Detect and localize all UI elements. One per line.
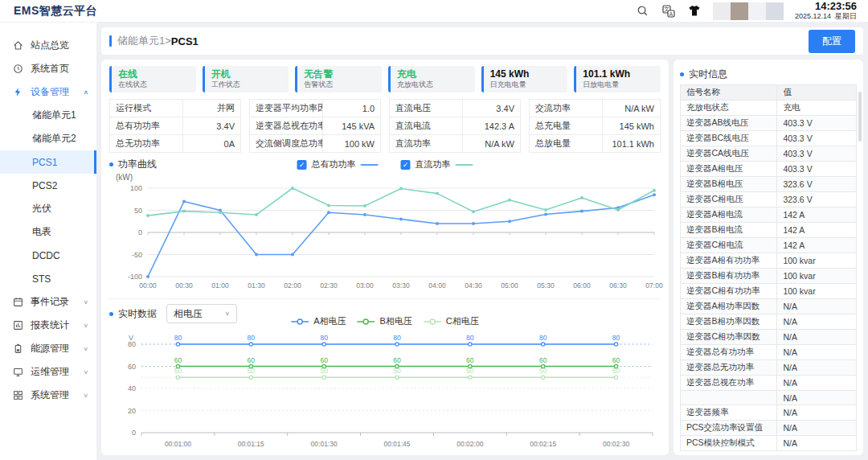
sidebar-item-label: 系统管理	[31, 388, 69, 402]
info-row-直流电压: 直流电压3.4V	[390, 100, 520, 117]
realtime-info-header: 实时信息	[680, 68, 857, 81]
legend-item-C相电压[interactable]: C相电压	[424, 315, 479, 327]
sidebar-item-电表[interactable]: 电表	[0, 220, 96, 244]
legend-label: 直流功率	[416, 158, 451, 170]
signal-value: N/A	[777, 360, 857, 376]
svg-text:00:02:15: 00:02:15	[530, 440, 556, 448]
chevron-down-icon: ∨	[224, 310, 230, 317]
signal-name: 逆变器频率	[681, 405, 777, 421]
info-grid: 运行模式并网总有功功率3.4V总无功功率0A逆变器平均功率因数1.0逆变器总视在…	[109, 99, 661, 153]
status-cards: 在线在线状态开机工作状态无告警告警状态充电充放电状态145 kWh日充电电量10…	[109, 66, 661, 92]
info-row-直流功率: 直流功率N/A kW	[390, 135, 520, 153]
svg-text:03:30: 03:30	[392, 281, 410, 290]
svg-text:60: 60	[393, 356, 401, 364]
sidebar-item-能源管理[interactable]: 能源管理∨	[0, 337, 96, 360]
theme-icon[interactable]	[687, 4, 702, 18]
sidebar-item-运维管理[interactable]: 运维管理∨	[0, 360, 96, 384]
svg-text:05:00: 05:00	[501, 281, 518, 290]
chevron-down-icon: ∨	[83, 299, 88, 306]
avatar[interactable]	[713, 2, 784, 20]
sidebar-item-pcs1[interactable]: PCS1	[0, 150, 96, 174]
signal-name: 逆变器总有功功率	[681, 345, 777, 360]
sidebar-item-系统管理[interactable]: 系统管理∨	[0, 384, 96, 407]
config-button[interactable]: 配置	[809, 30, 855, 53]
svg-text:00:01:15: 00:01:15	[238, 440, 264, 448]
signal-name-header: 信号名称	[681, 85, 777, 101]
info-group: 逆变器平均功率因数1.0逆变器总视在功率145 kVA交流侧调度总功率100 k…	[249, 99, 381, 153]
svg-text:0: 0	[138, 228, 142, 236]
translate-icon[interactable]: 文A	[661, 4, 676, 18]
svg-text:100: 100	[130, 184, 142, 192]
status-label: 日充电电量	[490, 80, 562, 89]
sidebar-item-pcs2[interactable]: PCS2	[0, 174, 96, 197]
info-row-总充电量: 总充电量145 kWh	[530, 117, 660, 135]
clock-date: 2025.12.14 星期日	[795, 13, 857, 21]
status-value: 在线	[118, 68, 190, 80]
svg-text:03:00: 03:00	[356, 281, 374, 290]
svg-text:80: 80	[248, 334, 256, 342]
phase-voltage-select[interactable]: 相电压 ∨	[166, 304, 237, 323]
checkbox-checked-icon[interactable]: ✓	[401, 160, 411, 170]
sidebar-item-站点总览[interactable]: 站点总览	[0, 34, 96, 57]
realtime-chart[interactable]: 806040200V00:01:0000:01:1500:01:3000:01:…	[109, 331, 664, 452]
chevron-down-icon: ∨	[83, 392, 88, 399]
power-chart-unit: (kW)	[116, 173, 661, 182]
info-label: 直流功率	[390, 135, 463, 152]
status-card-充放电状态: 充电充放电状态	[388, 66, 475, 92]
scrollbar[interactable]	[858, 92, 862, 142]
signal-value: N/A	[777, 376, 857, 391]
sidebar-item-系统首页[interactable]: 系统首页	[0, 57, 96, 80]
legend-item-直流功率[interactable]: ✓直流功率	[401, 158, 473, 170]
table-row: 逆变器C相功率因数N/A	[681, 330, 857, 345]
sidebar-item-dcdc[interactable]: DCDC	[0, 244, 96, 267]
search-icon[interactable]	[636, 4, 650, 18]
info-group: 运行模式并网总有功功率3.4V总无功功率0A	[109, 99, 241, 153]
section-dot	[109, 312, 113, 316]
sidebar-item-设备管理[interactable]: 设备管理∧	[0, 80, 96, 104]
signal-table: 信号名称 值 充放电状态充电逆变器AB线电压403.3 V逆变器BC线电压403…	[680, 84, 857, 451]
status-label: 在线状态	[118, 80, 190, 89]
svg-text:06:00: 06:00	[573, 281, 591, 290]
svg-text:60: 60	[466, 356, 474, 364]
signal-name: 逆变器A相有功功率	[681, 253, 777, 269]
svg-text:50: 50	[134, 207, 142, 215]
table-row: PCS模块控制模式N/A	[681, 436, 857, 451]
main-content: 储能单元1> PCS1 配置 在线在线状态开机工作状态无告警告警状态充电充放电状…	[96, 23, 868, 460]
signal-name: 逆变器B相有功功率	[681, 269, 777, 284]
status-card-在线状态: 在线在线状态	[109, 66, 196, 92]
sidebar-item-事件记录[interactable]: 事件记录∨	[0, 290, 96, 314]
power-chart[interactable]: 100500-50-10000:0000:3001:0001:3002:0002…	[109, 182, 664, 293]
info-label: 直流电压	[390, 100, 463, 117]
svg-text:00:01:00: 00:01:00	[165, 440, 191, 448]
info-value: 0A	[183, 139, 240, 149]
sidebar-item-label: 光伏	[32, 202, 51, 216]
sidebar-item-sts[interactable]: STS	[0, 267, 96, 290]
svg-text:04:30: 04:30	[465, 281, 482, 290]
svg-text:60: 60	[174, 356, 182, 364]
sidebar-item-报表统计[interactable]: 报表统计∨	[0, 314, 96, 337]
signal-value: 403.3 V	[777, 131, 857, 146]
sidebar-item-光伏[interactable]: 光伏	[0, 197, 96, 220]
sidebar-item-储能单元1[interactable]: 储能单元1	[0, 104, 96, 127]
chevron-up-icon: ∧	[83, 89, 88, 96]
info-row-直流电流: 直流电流142.3 A	[390, 117, 520, 135]
legend-item-总有功功率[interactable]: ✓总有功功率	[297, 158, 379, 170]
table-row: 逆变器BC线电压403.3 V	[681, 131, 857, 146]
legend-item-A相电压[interactable]: A相电压	[291, 315, 346, 327]
table-row: 逆变器总视在功率N/A	[681, 376, 857, 391]
breadcrumb-parent[interactable]: 储能单元1>	[117, 34, 171, 48]
checkbox-checked-icon[interactable]: ✓	[297, 160, 307, 170]
info-label: 总充电量	[530, 117, 603, 134]
signal-name: 逆变器AB线电压	[681, 116, 777, 131]
status-value: 充电	[397, 68, 469, 80]
table-row: 逆变器B相电流142 A	[681, 223, 857, 238]
svg-text:02:30: 02:30	[320, 281, 338, 290]
legend-label: B相电压	[380, 315, 412, 327]
signal-value: 142 A	[777, 238, 857, 253]
legend-item-B相电压[interactable]: B相电压	[358, 315, 412, 327]
chevron-down-icon: ∨	[83, 346, 88, 352]
sidebar-item-储能单元2[interactable]: 储能单元2	[0, 127, 96, 150]
signal-value: 142 A	[777, 223, 857, 238]
power-chart-title: 功率曲线	[118, 158, 157, 171]
info-label: 总无功功率	[110, 135, 183, 152]
